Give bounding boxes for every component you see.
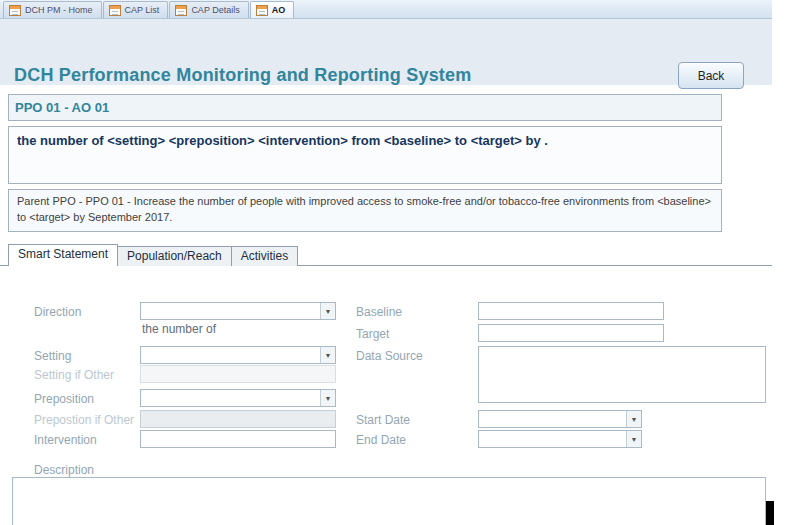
target-field[interactable]	[478, 324, 664, 342]
doc-tab-label: CAP Details	[191, 5, 239, 15]
setting-if-other-label: Setting if Other	[34, 368, 114, 382]
preposition-if-other-field	[140, 410, 336, 428]
chevron-down-icon[interactable]: ▼	[626, 411, 641, 427]
setting-label: Setting	[34, 349, 71, 363]
form-icon	[256, 5, 268, 16]
doc-tab-label: AO	[272, 5, 286, 15]
chevron-down-icon[interactable]: ▼	[626, 431, 641, 447]
form-icon	[175, 5, 187, 16]
doc-tab-dch-pm-home[interactable]: DCH PM - Home	[3, 1, 102, 18]
direction-dropdown[interactable]: ▼	[140, 302, 336, 320]
form-icon	[9, 5, 21, 16]
doc-tab-cap-list[interactable]: CAP List	[103, 1, 169, 18]
form-header: DCH Performance Monitoring and Reporting…	[0, 19, 772, 85]
doc-tab-label: DCH PM - Home	[25, 5, 93, 15]
start-date-dropdown[interactable]: ▼	[478, 410, 642, 428]
intervention-label: Intervention	[34, 433, 97, 447]
baseline-label: Baseline	[356, 305, 402, 319]
preposition-label: Preposition	[34, 392, 94, 406]
end-date-dropdown[interactable]: ▼	[478, 430, 642, 448]
chevron-down-icon[interactable]: ▼	[320, 390, 335, 406]
data-source-field[interactable]	[478, 346, 766, 403]
form-icon	[109, 5, 121, 16]
doc-tab-label: CAP List	[125, 5, 160, 15]
screen-artifact	[766, 501, 774, 525]
end-date-label: End Date	[356, 433, 406, 447]
sub-tab-bar: Smart Statement Population/Reach Activit…	[8, 244, 297, 266]
tab-smart-statement[interactable]: Smart Statement	[8, 244, 118, 266]
baseline-field[interactable]	[478, 302, 664, 320]
record-id-box: PPO 01 - AO 01	[8, 94, 722, 121]
data-source-label: Data Source	[356, 349, 423, 363]
description-label: Description	[34, 463, 94, 477]
direction-hint: the number of	[142, 322, 216, 336]
back-button[interactable]: Back	[678, 62, 744, 89]
direction-label: Direction	[34, 305, 81, 319]
target-label: Target	[356, 327, 389, 341]
chevron-down-icon[interactable]: ▼	[320, 303, 335, 319]
doc-tab-cap-details[interactable]: CAP Details	[169, 1, 248, 18]
description-field[interactable]	[12, 477, 766, 525]
setting-if-other-field	[140, 365, 336, 383]
application-window: DCH PM - Home CAP List CAP Details AO DC…	[0, 0, 794, 525]
chevron-down-icon[interactable]: ▼	[320, 347, 335, 363]
preposition-dropdown[interactable]: ▼	[140, 389, 336, 407]
doc-tab-ao[interactable]: AO	[250, 1, 295, 18]
smart-statement-box: the number of <setting> <preposition> <i…	[8, 126, 722, 184]
setting-dropdown[interactable]: ▼	[140, 346, 336, 364]
start-date-label: Start Date	[356, 413, 410, 427]
preposition-if-other-label: Prepostion if Other	[34, 413, 134, 427]
tab-population-reach[interactable]: Population/Reach	[117, 246, 232, 266]
tab-activities[interactable]: Activities	[231, 246, 298, 266]
intervention-field[interactable]	[140, 430, 336, 448]
page-title: DCH Performance Monitoring and Reporting…	[14, 65, 471, 86]
document-tab-strip: DCH PM - Home CAP List CAP Details AO	[0, 0, 772, 19]
parent-ppo-box: Parent PPO - PPO 01 - Increase the numbe…	[8, 189, 722, 232]
